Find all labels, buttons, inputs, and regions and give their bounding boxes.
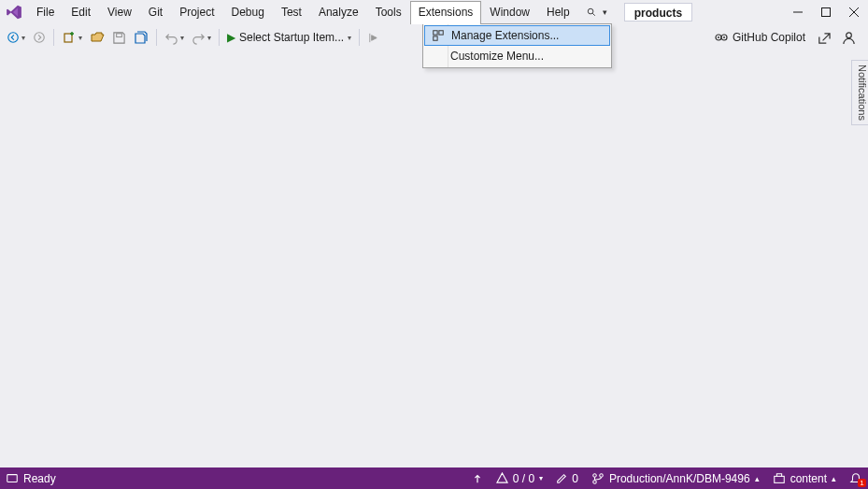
- pencil-icon: [556, 473, 567, 484]
- repo-icon: [773, 472, 786, 485]
- editor-area: Notifications: [0, 50, 868, 467]
- repo-name: content: [790, 472, 827, 485]
- svg-rect-18: [7, 474, 18, 482]
- share-icon[interactable]: [814, 27, 833, 48]
- svg-point-10: [35, 33, 45, 43]
- search-dropdown-icon[interactable]: ▾: [603, 7, 607, 17]
- startup-item-label: Select Startup Item...: [239, 31, 344, 44]
- menu-test[interactable]: Test: [273, 1, 310, 23]
- bell-badge: 1: [858, 479, 866, 487]
- vs-logo-icon: [0, 0, 28, 24]
- edit-count: 0: [572, 472, 578, 485]
- new-item-button[interactable]: ▾: [59, 27, 85, 48]
- status-notifications[interactable]: 1: [849, 472, 862, 485]
- svg-point-20: [593, 480, 597, 483]
- titlebar: FileEditViewGitProjectDebugTestAnalyzeTo…: [0, 0, 868, 24]
- status-repo[interactable]: content ▴: [773, 472, 836, 485]
- copilot-label: GitHub Copilot: [733, 31, 805, 44]
- start-debug-button[interactable]: ▶ Select Startup Item... ▾: [224, 27, 354, 48]
- branch-icon: [591, 472, 605, 485]
- upload-icon: [472, 473, 483, 484]
- menu-file[interactable]: File: [28, 1, 63, 23]
- svg-point-15: [718, 36, 719, 38]
- menu-view[interactable]: View: [99, 1, 140, 23]
- svg-rect-8: [434, 36, 437, 40]
- menu-window[interactable]: Window: [481, 1, 538, 23]
- copilot-button[interactable]: GitHub Copilot: [711, 27, 808, 48]
- error-icon: [496, 472, 508, 484]
- branch-name: Production/AnnK/DBM-9496: [609, 472, 750, 485]
- maximize-button[interactable]: [812, 0, 840, 24]
- window-controls: [784, 0, 868, 24]
- open-file-button[interactable]: [87, 27, 107, 48]
- menu-git[interactable]: Git: [140, 1, 171, 23]
- svg-point-19: [593, 473, 597, 477]
- close-button[interactable]: [840, 0, 868, 24]
- svg-rect-6: [434, 31, 437, 35]
- menu-analyze[interactable]: Analyze: [310, 1, 367, 23]
- svg-rect-7: [439, 31, 443, 35]
- menu-tools[interactable]: Tools: [367, 1, 410, 23]
- svg-line-1: [592, 13, 595, 16]
- redo-button[interactable]: ▾: [189, 27, 214, 48]
- status-upload[interactable]: [472, 473, 483, 484]
- minimize-button[interactable]: [784, 0, 812, 24]
- svg-rect-3: [822, 8, 831, 17]
- dropdown-item-0[interactable]: Manage Extensions...: [424, 25, 610, 46]
- extension-icon: [425, 29, 451, 42]
- undo-button[interactable]: ▾: [162, 27, 187, 48]
- svg-rect-12: [117, 33, 122, 36]
- status-edits[interactable]: 0: [556, 472, 578, 485]
- dropdown-item-label: Manage Extensions...: [451, 29, 609, 42]
- svg-point-21: [600, 473, 604, 477]
- save-all-button[interactable]: [131, 27, 151, 48]
- error-count: 0 / 0: [513, 472, 534, 485]
- menu-edit[interactable]: Edit: [63, 1, 99, 23]
- dropdown-item-1[interactable]: Customize Menu...: [424, 46, 610, 66]
- extensions-dropdown: Manage Extensions...Customize Menu...: [422, 23, 612, 68]
- search-icon[interactable]: [584, 2, 599, 22]
- status-branch[interactable]: Production/AnnK/DBM-9496 ▴: [591, 472, 760, 485]
- user-icon[interactable]: [839, 27, 859, 48]
- main-menu: FileEditViewGitProjectDebugTestAnalyzeTo…: [28, 0, 578, 24]
- svg-point-16: [723, 36, 725, 38]
- status-ready: Ready: [6, 467, 56, 489]
- nav-forward-button[interactable]: [30, 27, 49, 48]
- notifications-tab[interactable]: Notifications: [851, 60, 868, 125]
- status-ready-label: Ready: [23, 472, 56, 485]
- svg-rect-11: [64, 34, 72, 42]
- step-button[interactable]: [364, 27, 382, 48]
- statusbar: Ready 0 / 0 ▾ 0 Production/AnnK/DBM-9496…: [0, 467, 868, 489]
- menu-project[interactable]: Project: [171, 1, 222, 23]
- svg-point-9: [8, 33, 19, 43]
- svg-rect-22: [774, 476, 784, 482]
- solution-name[interactable]: products: [624, 3, 692, 22]
- nav-back-button[interactable]: ▾: [4, 27, 28, 48]
- save-button[interactable]: [109, 27, 129, 48]
- output-icon: [6, 472, 19, 485]
- menu-extensions[interactable]: Extensions: [410, 1, 482, 24]
- svg-point-17: [847, 32, 852, 37]
- menu-help[interactable]: Help: [538, 1, 578, 23]
- svg-point-0: [588, 8, 593, 14]
- status-errors[interactable]: 0 / 0 ▾: [496, 472, 543, 485]
- dropdown-item-label: Customize Menu...: [450, 50, 610, 63]
- menu-debug[interactable]: Debug: [223, 1, 273, 23]
